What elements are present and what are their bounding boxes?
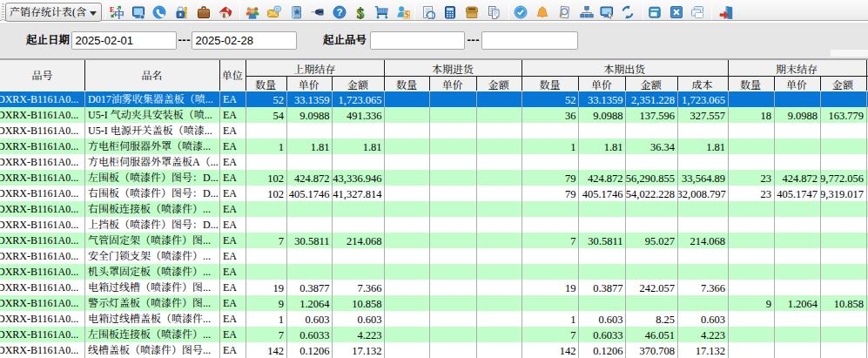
- svg-text:$: $: [357, 5, 365, 19]
- svg-text:$: $: [404, 10, 408, 19]
- svg-text:?: ?: [336, 7, 342, 17]
